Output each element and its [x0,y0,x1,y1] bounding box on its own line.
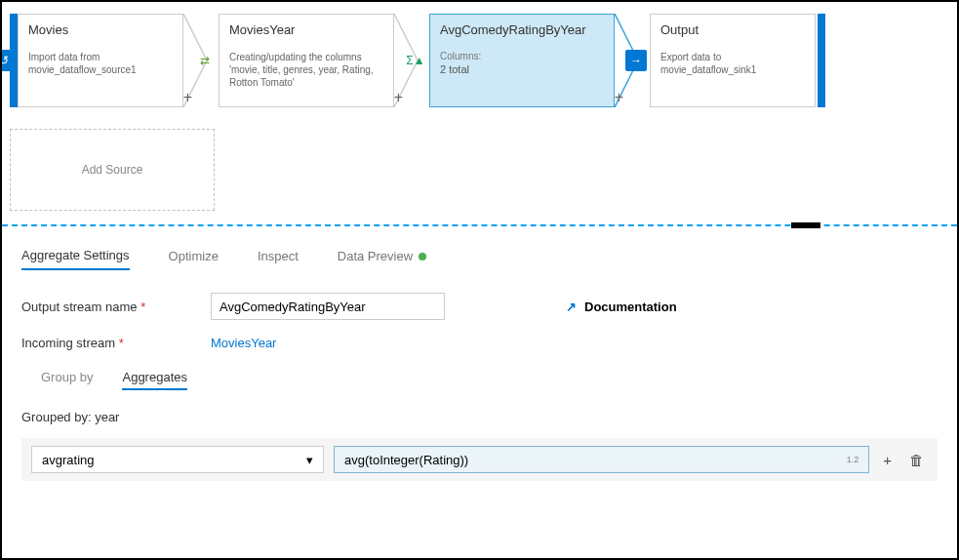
add-step-button[interactable]: + [183,89,192,106]
columns-label: Columns: [440,51,604,61]
sink-icon: → [625,50,647,71]
aggregate-icon: Σ▲ [405,50,426,71]
dataflow-canvas: ↺ Movies Import data from movie_dataflow… [2,2,957,226]
add-aggregate-button[interactable]: + [879,448,896,472]
tab-aggregate-settings[interactable]: Aggregate Settings [21,242,130,270]
tab-optimize[interactable]: Optimize [169,242,219,270]
subtab-aggregates[interactable]: Aggregates [122,366,187,390]
flow-row: ↺ Movies Import data from movie_dataflow… [10,14,949,107]
add-source-button[interactable]: Add Source [10,129,215,211]
status-indicator-icon [419,253,426,260]
label-text: Incoming stream [21,336,115,350]
doc-label: Documentation [584,300,677,314]
expression-type-hint: 1.2 [847,455,859,464]
panel-resize-handle[interactable] [791,222,820,228]
node-title: MoviesYear [229,22,383,37]
node-title: Movies [28,22,173,37]
aggregate-column-select[interactable]: avgrating ▾ [31,446,324,473]
settings-panel: Aggregate Settings Optimize Inspect Data… [2,226,957,500]
incoming-stream-row: Incoming stream * MoviesYear [21,336,938,350]
selected-column: avgrating [42,453,94,467]
required-marker: * [119,336,124,350]
columns-count: 2 total [440,63,604,75]
external-link-icon: ↗ [566,300,577,314]
node-movies[interactable]: ↺ Movies Import data from movie_dataflow… [18,14,183,107]
subtab-group-by[interactable]: Group by [41,366,93,390]
add-step-button[interactable]: + [394,89,403,106]
node-moviesyear[interactable]: ⇄ MoviesYear Creating/updating the colum… [219,14,394,107]
aggregate-sub-tabs: Group by Aggregates [41,366,938,390]
add-step-button[interactable]: + [615,89,623,106]
output-stream-input[interactable] [211,293,445,320]
label-text: Output stream name [21,300,138,314]
output-stream-label: Output stream name * [21,300,187,314]
documentation-link[interactable]: ↗ Documentation [566,300,677,314]
node-output[interactable]: → Output Export data to movie_dataflow_s… [650,14,816,107]
sink-cap [818,14,825,107]
expression-text: avg(toInteger(Rating)) [344,453,468,467]
aggregate-row: avgrating ▾ avg(toInteger(Rating)) 1.2 +… [21,438,938,481]
source-icon: ↺ [0,50,15,71]
settings-tabs: Aggregate Settings Optimize Inspect Data… [21,242,938,271]
node-avgcomedyratingbyyear[interactable]: Σ▲ AvgComedyRatingByYear Columns: 2 tota… [429,14,615,107]
incoming-stream-label: Incoming stream * [21,336,187,350]
node-title: AvgComedyRatingByYear [440,22,604,37]
node-title: Output [660,22,805,37]
derived-column-icon: ⇄ [194,50,216,71]
required-marker: * [140,300,145,314]
aggregate-expression-input[interactable]: avg(toInteger(Rating)) 1.2 [334,446,869,473]
node-desc: Export data to movie_dataflow_sink1 [660,51,805,76]
tab-label: Data Preview [338,249,413,263]
node-desc: Import data from movie_dataflow_source1 [28,51,173,76]
delete-aggregate-button[interactable]: 🗑 [905,448,928,472]
tab-data-preview[interactable]: Data Preview [338,242,426,270]
node-desc: Creating/updating the columns 'movie, ti… [229,51,383,89]
grouped-by-summary: Grouped by: year [21,410,938,424]
incoming-stream-value[interactable]: MoviesYear [211,336,276,350]
output-stream-row: Output stream name * ↗ Documentation [21,293,938,320]
chevron-down-icon: ▾ [306,453,313,467]
tab-inspect[interactable]: Inspect [258,242,299,270]
